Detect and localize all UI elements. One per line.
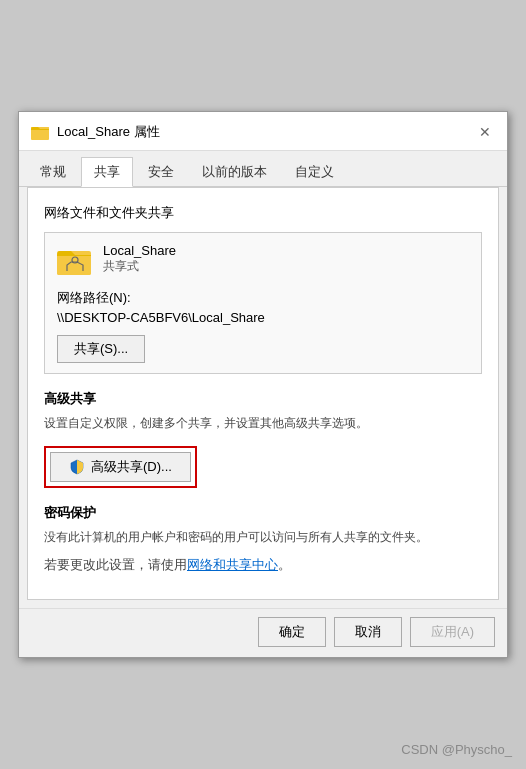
footer: 确定 取消 应用(A) [19,608,507,657]
apply-button[interactable]: 应用(A) [410,617,495,647]
watermark: CSDN @Physcho_ [401,742,512,757]
advanced-sharing-section: 高级共享 设置自定义权限，创建多个共享，并设置其他高级共享选项。 高级共享(D)… [44,390,482,488]
title-bar-left: Local_Share 属性 [31,123,160,141]
folder-shared-icon [57,243,93,279]
folder-type: 共享式 [103,258,176,275]
share-button[interactable]: 共享(S)... [57,335,145,363]
advanced-sharing-label: 高级共享 [44,390,482,408]
password-section-title: 密码保护 [44,504,482,522]
network-path-label: 网络路径(N): [57,289,469,307]
cancel-button[interactable]: 取消 [334,617,402,647]
ok-button[interactable]: 确定 [258,617,326,647]
window-title: Local_Share 属性 [57,123,160,141]
tab-sharing[interactable]: 共享 [81,157,133,187]
title-bar: Local_Share 属性 ✕ [19,112,507,151]
tab-security[interactable]: 安全 [135,157,187,186]
tab-previous-versions[interactable]: 以前的版本 [189,157,280,186]
svg-rect-2 [31,130,49,139]
folder-row: Local_Share 共享式 [57,243,469,279]
watermark-text: CSDN @Physcho_ [401,742,512,757]
tab-bar: 常规 共享 安全 以前的版本 自定义 [19,151,507,187]
folder-info: Local_Share 共享式 [103,243,176,275]
folder-name: Local_Share [103,243,176,258]
advanced-button-wrapper: 高级共享(D)... [44,446,197,488]
advanced-button-label: 高级共享(D)... [91,458,172,476]
password-desc-suffix: 。 [278,557,291,572]
close-button[interactable]: ✕ [473,120,497,144]
network-path-value: \\DESKTOP-CA5BFV6\Local_Share [57,310,469,325]
advanced-sharing-button[interactable]: 高级共享(D)... [50,452,191,482]
sharing-box: Local_Share 共享式 网络路径(N): \\DESKTOP-CA5BF… [44,232,482,374]
password-desc-prefix: 若要更改此设置，请使用 [44,557,187,572]
shield-icon [69,459,85,475]
password-section: 密码保护 没有此计算机的用户帐户和密码的用户可以访问与所有人共享的文件夹。 若要… [44,504,482,576]
network-sharing-center-link[interactable]: 网络和共享中心 [187,557,278,572]
tab-customize[interactable]: 自定义 [282,157,347,186]
sharing-section-title: 网络文件和文件夹共享 [44,204,482,222]
content-area: 网络文件和文件夹共享 L [27,187,499,601]
sharing-section: 网络文件和文件夹共享 L [44,204,482,374]
window-icon [31,123,49,141]
password-desc-1: 没有此计算机的用户帐户和密码的用户可以访问与所有人共享的文件夹。 [44,528,482,547]
tab-general[interactable]: 常规 [27,157,79,186]
password-desc-2: 若要更改此设置，请使用网络和共享中心。 [44,555,482,576]
svg-rect-4 [57,255,91,275]
properties-window: Local_Share 属性 ✕ 常规 共享 安全 以前的版本 自定义 网络文件… [18,111,508,659]
advanced-sharing-desc: 设置自定义权限，创建多个共享，并设置其他高级共享选项。 [44,414,482,432]
